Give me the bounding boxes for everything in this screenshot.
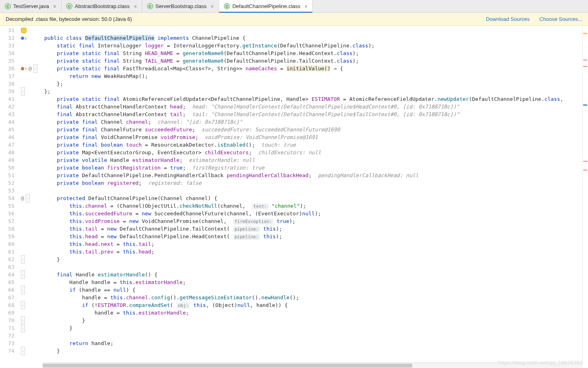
code-editor[interactable]: public class DefaultChannelPipeline impl…: [43, 26, 588, 366]
horizontal-scrollbar[interactable]: [43, 362, 582, 368]
close-icon[interactable]: ×: [53, 3, 56, 10]
code-line[interactable]: private DefaultChannelPipeline.PendingHa…: [43, 172, 588, 179]
code-line[interactable]: this.head = new DefaultChannelPipeline.H…: [43, 233, 588, 240]
close-icon[interactable]: ×: [134, 3, 137, 10]
close-icon[interactable]: ×: [211, 3, 214, 10]
fold-toggle-icon[interactable]: -: [21, 347, 25, 355]
code-line[interactable]: private static final FastThreadLocal<Map…: [43, 65, 588, 72]
code-line[interactable]: private static final AtomicReferenceFiel…: [43, 95, 588, 103]
intention-bulb-icon[interactable]: [21, 28, 27, 33]
code-line[interactable]: private static final String TAIL_NAME = …: [43, 57, 588, 65]
code-line[interactable]: Handle handle = this.estimatorHandle;: [43, 278, 588, 286]
tab-label: ServerBootstrap.class: [156, 3, 207, 9]
code-line[interactable]: }: [43, 324, 588, 332]
code-line[interactable]: static final InternalLogger logger = Int…: [43, 42, 588, 49]
code-line[interactable]: }: [43, 317, 588, 324]
code-line[interactable]: [43, 27, 588, 34]
code-line[interactable]: if (handle == null) {: [43, 286, 588, 294]
code-line[interactable]: return new WeakHashMap();: [43, 72, 588, 80]
code-line[interactable]: private volatile Handle estimatorHandle;…: [43, 156, 588, 164]
code-line[interactable]: private final boolean touch = ResourceLe…: [43, 141, 588, 149]
annotation-icon[interactable]: @: [29, 65, 32, 72]
stripe-mark[interactable]: [583, 59, 587, 61]
fold-toggle-icon[interactable]: -: [21, 255, 25, 264]
stripe-mark[interactable]: [583, 170, 587, 171]
fold-toggle-icon[interactable]: -: [33, 64, 37, 73]
banner-message: Decompiled .class file, bytecode version…: [6, 16, 132, 22]
stripe-mark[interactable]: [583, 104, 587, 106]
override-up-icon[interactable]: ↑: [21, 65, 27, 72]
code-line[interactable]: final AbstractChannelHandlerContext tail…: [43, 110, 588, 118]
gutter-icons: ↓↑@--@--------: [18, 26, 43, 366]
code-line[interactable]: private final ChannelFuture succeededFut…: [43, 126, 588, 133]
fold-toggle-icon[interactable]: -: [26, 194, 30, 202]
error-stripe[interactable]: [582, 26, 588, 366]
fold-toggle-icon[interactable]: -: [21, 286, 25, 294]
fold-toggle-icon[interactable]: -: [21, 301, 25, 309]
code-line[interactable]: public class DefaultChannelPipeline impl…: [43, 34, 588, 42]
code-line[interactable]: this.head.next = this.tail;: [43, 240, 588, 248]
code-line[interactable]: private final VoidChannelPromise voidPro…: [43, 133, 588, 141]
code-line[interactable]: if (!ESTIMATOR.compareAndSet( obj: this,…: [43, 301, 588, 309]
line-number-gutter: 3132333435363738394142434445464748495051…: [0, 26, 18, 366]
decompiled-banner: Decompiled .class file, bytecode version…: [0, 13, 588, 26]
override-down-icon[interactable]: ↓: [21, 34, 27, 42]
class-icon: C: [224, 3, 230, 9]
code-line[interactable]: this.tail = new DefaultChannelPipeline.T…: [43, 225, 588, 233]
code-line[interactable]: this.succeededFuture = new SucceededChan…: [43, 210, 588, 217]
tab-defaultchannelpipeline-class[interactable]: CDefaultChannelPipeline.class×: [219, 0, 313, 12]
tab-label: TestServer.java: [13, 3, 49, 9]
code-line[interactable]: this.voidPromise = new VoidChannelPromis…: [43, 217, 588, 225]
code-line[interactable]: }: [43, 347, 588, 355]
code-line[interactable]: };: [43, 88, 588, 95]
code-line[interactable]: [43, 187, 588, 194]
class-icon: C: [66, 3, 72, 9]
tab-abstractbootstrap-class[interactable]: CAbstractBootstrap.class×: [61, 0, 142, 12]
code-line[interactable]: final Handle estimatorHandle() {: [43, 271, 588, 278]
annotation-icon[interactable]: @: [21, 194, 24, 202]
code-line[interactable]: this.tail.prev = this.head;: [43, 248, 588, 256]
class-icon: C: [5, 3, 11, 9]
code-line[interactable]: private boolean registered; registered: …: [43, 179, 588, 187]
code-line[interactable]: private Map<EventExecutorGroup, EventExe…: [43, 149, 588, 156]
code-line[interactable]: protected DefaultChannelPipeline(Channel…: [43, 194, 588, 202]
code-line[interactable]: return handle;: [43, 339, 588, 347]
download-sources-link[interactable]: Download Sources: [486, 16, 530, 22]
fold-toggle-icon[interactable]: -: [21, 270, 25, 279]
code-line[interactable]: final AbstractChannelHandlerContext head…: [43, 103, 588, 110]
tab-serverbootstrap-class[interactable]: CServerBootstrap.class×: [142, 0, 219, 12]
tab-testserver-java[interactable]: CTestServer.java×: [0, 0, 61, 12]
code-line[interactable]: handle = this.channel.config().getMessag…: [43, 294, 588, 301]
code-line[interactable]: };: [43, 80, 588, 88]
fold-toggle-icon[interactable]: -: [21, 87, 25, 96]
code-line[interactable]: private boolean firstRegistration = true…: [43, 164, 588, 172]
banner-links: Download Sources Choose Sources...: [486, 16, 582, 22]
code-line[interactable]: [43, 332, 588, 339]
editor-area: 3132333435363738394142434445464748495051…: [0, 26, 588, 366]
code-line[interactable]: this.channel = (Channel)ObjectUtil.check…: [43, 202, 588, 210]
tab-label: DefaultChannelPipeline.class: [232, 3, 300, 9]
code-line[interactable]: handle = this.estimatorHandle;: [43, 309, 588, 317]
code-line[interactable]: [43, 263, 588, 271]
tab-label: AbstractBootstrap.class: [75, 3, 130, 9]
stripe-mark[interactable]: [583, 161, 587, 162]
fold-toggle-icon[interactable]: -: [21, 316, 25, 325]
fold-toggle-icon[interactable]: -: [21, 324, 25, 332]
stripe-mark[interactable]: [583, 33, 587, 34]
code-line[interactable]: }: [43, 256, 588, 263]
close-icon[interactable]: ×: [304, 3, 307, 10]
scrollbar-thumb[interactable]: [43, 364, 412, 368]
choose-sources-link[interactable]: Choose Sources...: [539, 16, 582, 22]
stripe-mark[interactable]: [583, 66, 587, 67]
code-line[interactable]: private static final String HEAD_NAME = …: [43, 49, 588, 57]
code-line[interactable]: private final Channel channel; channel: …: [43, 118, 588, 126]
editor-tabs: CTestServer.java×CAbstractBootstrap.clas…: [0, 0, 588, 13]
class-icon: C: [147, 3, 153, 9]
